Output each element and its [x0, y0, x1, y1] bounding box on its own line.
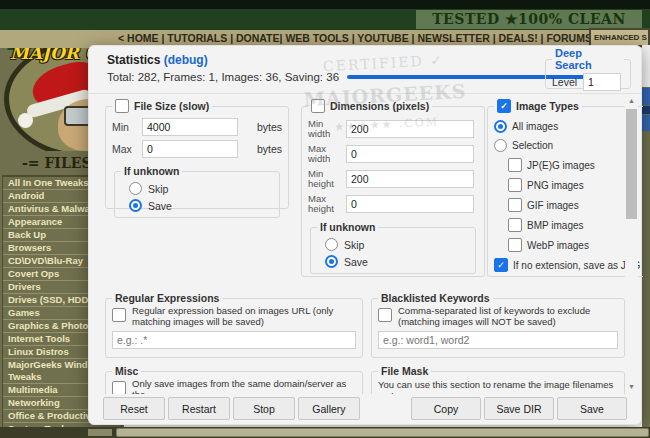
debug-link[interactable]: (debug) [164, 53, 208, 67]
file-size-group: File Size (slow) Min bytes Max bytes If … [105, 99, 289, 209]
selection-label: Selection [512, 140, 553, 151]
level-input[interactable] [583, 73, 621, 91]
file-mask-description: You can use this section to rename the i… [378, 379, 618, 394]
min-bytes-row: Min bytes [112, 118, 282, 136]
regex-checkbox[interactable] [112, 308, 126, 322]
copy-button[interactable]: Copy [411, 397, 481, 420]
max-width-label: Max width [308, 144, 342, 164]
file-size-save-radio-row[interactable]: Save [129, 199, 273, 212]
deep-search-level-row: Level [552, 73, 624, 91]
save-dir-button[interactable]: Save DIR [484, 397, 554, 420]
image-downloader-dialog: Statistics (debug) Total: 282, Frames: 1… [88, 45, 642, 425]
regex-input[interactable] [112, 331, 356, 349]
regex-checkbox-row[interactable]: Regular expression based on images URL (… [112, 305, 356, 327]
skip-radio[interactable] [129, 182, 142, 195]
file-size-skip-radio-row[interactable]: Skip [129, 182, 273, 195]
dimensions-save-radio-row[interactable]: Save [325, 255, 469, 268]
statistics-totals: Total: 282, Frames: 1, Images: 36, Savin… [107, 71, 339, 83]
deep-search-group: Deep Search Level [545, 47, 631, 89]
blacklist-checkbox-row[interactable]: Comma-separated list of keywords to excl… [378, 305, 618, 327]
jpeg-checkbox[interactable] [508, 158, 522, 172]
save-radio[interactable] [325, 255, 338, 268]
gif-checkbox[interactable] [508, 198, 522, 212]
webp-checkbox[interactable] [508, 238, 522, 252]
hscroll-thumb[interactable] [116, 428, 649, 437]
png-label: PNG images [527, 180, 584, 191]
dimensions-legend-label: Dimensions (pixels) [330, 100, 429, 112]
max-label: Max [112, 143, 136, 155]
min-height-row: Min height [308, 169, 478, 189]
png-checkbox-row[interactable]: PNG images [508, 178, 640, 192]
dimensions-legend: Dimensions (pixels) [308, 99, 432, 113]
no-extension-label: If no extension, save as JPG [513, 260, 640, 271]
reset-button[interactable]: Reset [103, 397, 165, 420]
jpeg-label: JP(E)G images [527, 160, 595, 171]
bmp-label: BMP images [527, 220, 584, 231]
page-right-strip [642, 45, 650, 427]
gif-checkbox-row[interactable]: GIF images [508, 198, 640, 212]
all-images-radio-row[interactable]: All images [494, 120, 640, 133]
scrollbar-up-icon[interactable]: ▲ [625, 96, 638, 106]
file-size-checkbox[interactable] [115, 99, 129, 113]
dialog-scrollbar[interactable]: ▲ ▼ [625, 96, 638, 392]
selection-radio[interactable] [494, 139, 507, 152]
right-strip-fragment [642, 106, 650, 114]
stop-button[interactable]: Stop [233, 397, 295, 420]
gallery-button[interactable]: Gallery [298, 397, 360, 420]
misc-group: Misc Only save images from the same doma… [105, 365, 363, 394]
skip-label: Skip [148, 183, 168, 195]
right-strip-fragment [642, 88, 650, 105]
bmp-checkbox-row[interactable]: BMP images [508, 218, 640, 232]
max-width-input[interactable] [346, 145, 474, 163]
file-mask-group: File Mask You can use this section to re… [371, 365, 625, 394]
save-radio[interactable] [129, 199, 142, 212]
image-types-checkbox[interactable] [497, 99, 511, 113]
image-types-group: Image Types All images Selection JP(E)G … [487, 99, 643, 277]
png-checkbox[interactable] [508, 178, 522, 192]
file-mask-legend: File Mask [378, 365, 431, 377]
blacklist-input[interactable] [378, 331, 618, 349]
min-width-input[interactable] [346, 120, 474, 138]
regular-expressions-group: Regular Expressions Regular expression b… [105, 292, 363, 358]
max-height-input[interactable] [346, 195, 474, 213]
blacklist-checkbox[interactable] [378, 308, 392, 322]
min-label: Min [112, 121, 136, 133]
min-bytes-input[interactable] [142, 118, 238, 136]
no-extension-checkbox-row[interactable]: If no extension, save as JPG [494, 258, 640, 272]
misc-checkbox-row[interactable]: Only save images from the same domain/se… [112, 378, 356, 394]
image-types-legend-label: Image Types [516, 100, 579, 112]
webp-checkbox-row[interactable]: WebP images [508, 238, 640, 252]
skip-label: Skip [344, 239, 364, 251]
save-button[interactable]: Save [557, 397, 627, 420]
scrollbar-thumb[interactable] [626, 109, 637, 219]
min-height-label: Min height [308, 169, 342, 189]
right-strip-fragment [642, 115, 650, 131]
misc-checkbox[interactable] [112, 381, 126, 394]
hscroll-left-segment[interactable] [88, 429, 112, 436]
min-width-row: Min width [308, 119, 478, 139]
scrollbar-down-icon[interactable]: ▼ [625, 382, 638, 392]
bmp-checkbox[interactable] [508, 218, 522, 232]
max-height-label: Max height [308, 194, 342, 214]
image-types-legend: Image Types [494, 99, 582, 113]
horizontal-scrollbar[interactable] [0, 427, 650, 438]
regex-legend: Regular Expressions [112, 292, 222, 304]
right-strip-fragment [642, 45, 650, 87]
max-bytes-input[interactable] [142, 140, 238, 158]
file-size-if-unknown-group: If unknown Skip Save [114, 165, 280, 218]
skip-radio[interactable] [325, 238, 338, 251]
tested-clean-stamp: TESTED ★100% CLEAN [416, 10, 642, 29]
selection-radio-row[interactable]: Selection [494, 139, 640, 152]
dimensions-checkbox[interactable] [311, 99, 325, 113]
all-images-label: All images [512, 121, 558, 132]
statistics-title: Statistics (debug) [107, 53, 208, 67]
max-bytes-row: Max bytes [112, 140, 282, 158]
no-extension-checkbox[interactable] [494, 258, 508, 272]
statistics-row: Total: 282, Frames: 1, Images: 36, Savin… [107, 71, 589, 83]
min-height-input[interactable] [346, 170, 474, 188]
all-images-radio[interactable] [494, 120, 507, 133]
jpeg-checkbox-row[interactable]: JP(E)G images [508, 158, 640, 172]
restart-button[interactable]: Restart [168, 397, 230, 420]
dimensions-skip-radio-row[interactable]: Skip [325, 238, 469, 251]
file-size-legend-label: File Size (slow) [134, 100, 209, 112]
